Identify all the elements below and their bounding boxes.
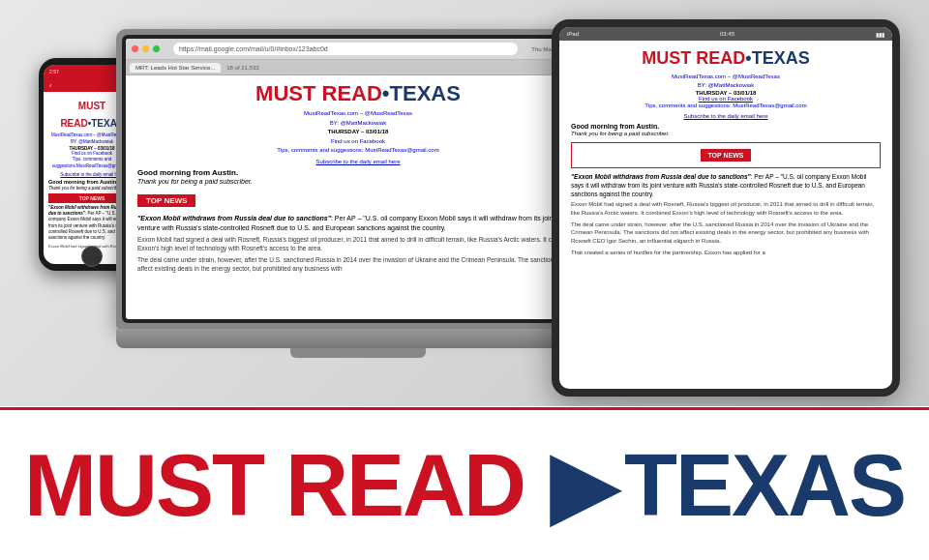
tablet-battery: ▮▮▮: [876, 31, 884, 38]
chrome-close-dot[interactable]: [132, 45, 138, 52]
tablet-subgreeting: Thank you for being a paid subscriber.: [571, 131, 881, 136]
chrome-maximize-dot[interactable]: [153, 45, 160, 52]
laptop-logo: MUST READ•TEXAS: [137, 81, 579, 106]
laptop-article-title: "Exxon Mobil withdraws from Russia deal …: [137, 214, 579, 233]
laptop-content: MUST READ•TEXAS MustReadTexas.com – @Mus…: [126, 75, 590, 317]
laptop-article-body3: The deal came under strain, however, aft…: [137, 255, 579, 273]
tablet-logo-must: MUST READ: [642, 48, 745, 68]
laptop-by: BY: @MattMackowiak: [137, 119, 579, 129]
laptop-facebook[interactable]: Find us on Facebook: [137, 137, 579, 147]
laptop-article-body2: Exxon Mobil had signed a deal with Rosne…: [137, 235, 579, 252]
tablet-site-url[interactable]: MustReadTexas.com – @MustReadTexas: [571, 73, 881, 81]
tablet-article-body3: The deal came under strain, however, aft…: [571, 221, 881, 245]
laptop-top-news-wrap: TOP NEWS: [137, 194, 195, 207]
page-container: 2:57 ●●●● ‹ MUST READ•TEXAS MustReadTexa…: [0, 0, 929, 560]
laptop-logo-texas: TEXAS: [390, 81, 461, 105]
laptop-browser: https://mail.google.com/mail/u/0/#inbox/…: [126, 39, 590, 319]
tablet-greeting: Good morning from Austin.: [571, 123, 881, 130]
tablet-screen: iPad 03:45 ▮▮▮ MUST READ•TEXAS MustReadT…: [559, 27, 892, 389]
laptop-screen-outer: https://mail.google.com/mail/u/0/#inbox/…: [122, 35, 594, 323]
laptop-greeting: Good morning from Austin.: [137, 168, 579, 177]
tablet-by: BY: @MattMackowiak: [571, 81, 881, 90]
tablet-article-body2: Exxon Mobil had signed a deal with Rosne…: [571, 200, 881, 217]
tablet-logo-texas: TEXAS: [752, 48, 810, 68]
laptop-date: THURSDAY – 03/01/18: [137, 128, 579, 137]
phone-back-button[interactable]: ‹: [49, 81, 52, 90]
laptop-site-url[interactable]: MustReadTexas.com – @MustReadTexas: [137, 109, 579, 119]
tablet-device: iPad 03:45 ▮▮▮ MUST READ•TEXAS MustReadT…: [552, 19, 900, 397]
bottom-logo-arrow: ▶: [550, 442, 616, 529]
bottom-logo-must-read: MUST READ: [24, 442, 524, 529]
laptop-tabs-bar: MRT: Leads Hot Star Service... 18 of 21,…: [126, 60, 590, 75]
chrome-address-text: https://mail.google.com/mail/u/0/#inbox/…: [179, 45, 328, 52]
laptop-tab-label: MRT: Leads Hot Star Service...: [135, 65, 215, 71]
tablet-top-bar: iPad 03:45 ▮▮▮: [559, 27, 892, 41]
laptop-subscribe[interactable]: Subscribe to the daily email here: [137, 159, 579, 164]
laptop-top-news-badge: TOP NEWS: [138, 195, 195, 206]
tablet-article-body4: That created a series of hurdles for the…: [571, 249, 881, 256]
bottom-logo-texas: TEXAS: [624, 442, 905, 529]
laptop-subgreeting: Thank you for being a paid subscriber.: [137, 178, 579, 185]
laptop-base: [116, 329, 600, 348]
tablet-article-title: "Exxon Mobil withdraws from Russia deal …: [571, 172, 881, 198]
tablet-time: 03:45: [720, 31, 734, 37]
laptop-device: https://mail.google.com/mail/u/0/#inbox/…: [116, 29, 600, 358]
chrome-address-bar[interactable]: https://mail.google.com/mail/u/0/#inbox/…: [173, 43, 518, 55]
tablet-top-news-badge: TOP NEWS: [701, 149, 750, 162]
pagination: 18 of 21,533: [226, 65, 258, 71]
tablet-logo: MUST READ•TEXAS: [571, 48, 881, 69]
laptop-tab-active[interactable]: MRT: Leads Hot Star Service...: [130, 63, 221, 73]
laptop-body: https://mail.google.com/mail/u/0/#inbox/…: [116, 29, 600, 329]
laptop-stand: [290, 348, 426, 358]
laptop-logo-must: MUST READ: [255, 81, 382, 105]
devices-area: 2:57 ●●●● ‹ MUST READ•TEXAS MustReadTexa…: [0, 0, 929, 406]
phone-home-button[interactable]: [81, 246, 103, 267]
laptop-logo-dot: •: [382, 81, 390, 105]
tablet-content: MUST READ•TEXAS MustReadTexas.com – @Mus…: [559, 41, 892, 269]
tablet-email-tips: Tips, comments and suggestions: MustRead…: [571, 102, 881, 110]
tablet-top-news-border: TOP NEWS: [571, 142, 881, 168]
chrome-minimize-dot[interactable]: [142, 45, 149, 52]
laptop-email: Tips, comments and suggestions: MustRead…: [137, 146, 579, 156]
tablet-subscribe[interactable]: Subscribe to the daily email here: [571, 113, 881, 119]
laptop-chrome-bar: https://mail.google.com/mail/u/0/#inbox/…: [126, 39, 590, 60]
phone-time: 2:57: [49, 69, 59, 74]
tablet-model: iPad: [567, 31, 579, 37]
bottom-logo: MUST READ ▶ TEXAS: [0, 410, 929, 560]
tablet-meta: MustReadTexas.com – @MustReadTexas BY: @…: [571, 73, 881, 90]
laptop-meta: MustReadTexas.com – @MustReadTexas BY: @…: [137, 109, 579, 156]
